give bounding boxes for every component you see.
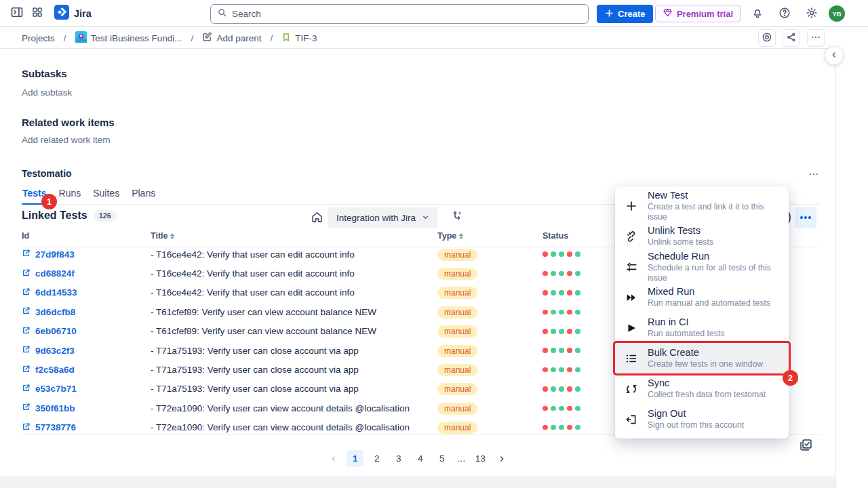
tab-plans[interactable]: Plans	[131, 186, 156, 204]
tab-runs[interactable]: Runs	[58, 186, 82, 204]
menu-item-bulk-create[interactable]: Bulk CreateCreate few tests in one windo…	[615, 343, 789, 373]
test-id-link[interactable]: 27d9f843	[22, 249, 151, 260]
menu-item-unlink-tests[interactable]: Unlink TestsUnlink some tests	[615, 221, 789, 251]
user-avatar[interactable]: YB	[829, 5, 845, 22]
plus-icon	[624, 200, 639, 212]
sidebar-toggle-icon	[10, 5, 24, 21]
test-type-cell: manual	[437, 421, 542, 434]
menu-item-new-test[interactable]: New TestCreate a test and link it it to …	[615, 190, 789, 221]
checklist-icon[interactable]	[799, 438, 813, 455]
status-dot-pass	[559, 271, 564, 277]
status-dot-fail	[542, 329, 548, 334]
menu-item-run-in-ci[interactable]: Run in CIRun automated tests	[615, 312, 789, 343]
branch-icon[interactable]	[452, 210, 463, 224]
chevron-left-icon	[830, 51, 838, 61]
test-id-link[interactable]: cd68824f	[22, 268, 151, 279]
breadcrumb-project[interactable]: Test iBusiness Fundi...	[75, 31, 182, 45]
test-id-link[interactable]: 9d63c2f3	[22, 345, 151, 356]
jira-home-link[interactable]: Jira	[54, 5, 92, 22]
status-dot-fail	[567, 251, 572, 257]
page-button-3[interactable]: 3	[390, 450, 407, 467]
type-badge: manual	[437, 383, 477, 395]
testomatio-actions-menu: New TestCreate a test and link it it to …	[615, 186, 789, 439]
tab-suites[interactable]: Suites	[92, 186, 120, 204]
test-id-link[interactable]: e53c7b71	[22, 384, 151, 394]
app-switcher-button[interactable]	[27, 3, 47, 24]
test-id: cd68824f	[35, 268, 75, 279]
sidebar-toggle-button[interactable]	[7, 3, 27, 24]
test-id: 3d6dcfb8	[35, 307, 75, 317]
menu-item-subtitle: Create a test and link it it to this iss…	[648, 202, 779, 222]
testomatio-heading: Testomatio	[22, 168, 72, 179]
menu-item-subtitle: Run manual and automated tests	[648, 298, 770, 308]
page-button-2[interactable]: 2	[368, 450, 385, 467]
menu-item-sign-out[interactable]: Sign OutSign out from this account	[615, 404, 789, 434]
column-header-type[interactable]: Type	[437, 231, 542, 241]
help-button[interactable]	[774, 3, 795, 24]
status-dot-pass	[559, 367, 564, 373]
home-icon[interactable]	[311, 211, 323, 226]
test-id: 57738776	[35, 422, 76, 432]
column-header-id[interactable]: Id	[22, 231, 151, 241]
type-badge: manual	[437, 403, 477, 415]
status-dot-pass	[575, 271, 580, 277]
table-options-button[interactable]	[795, 207, 816, 228]
share-button[interactable]	[783, 29, 800, 47]
status-dot-fail	[542, 367, 548, 373]
watch-eye-icon	[762, 32, 772, 45]
page-button-1[interactable]: 1	[347, 450, 363, 467]
external-link-icon	[22, 249, 31, 260]
page-button-4[interactable]: 4	[412, 450, 429, 467]
menu-item-sync[interactable]: SyncCollect fresh data from testomat	[615, 373, 789, 404]
external-link-icon	[22, 365, 31, 375]
notifications-button[interactable]	[747, 3, 768, 24]
sort-icon	[170, 233, 174, 239]
linked-tests-label: Linked Tests	[22, 209, 87, 222]
premium-trial-button[interactable]: Premium trial	[655, 5, 741, 22]
menu-item-mixed-run[interactable]: Mixed RunRun manual and automated tests	[615, 282, 789, 312]
status-dot-fail	[542, 406, 548, 411]
test-type-cell: manual	[437, 382, 542, 395]
next-page-button[interactable]	[494, 450, 511, 467]
sort-icon	[459, 233, 463, 239]
status-dot-pass	[559, 310, 564, 315]
add-related-work-item-button[interactable]: Add related work item	[22, 135, 111, 145]
test-id-link[interactable]: 57738776	[22, 422, 151, 433]
test-id-link[interactable]: 350f61bb	[22, 403, 151, 413]
watch-button[interactable]	[758, 29, 776, 47]
menu-item-text: Schedule RunSchedule a run for all tests…	[648, 251, 779, 283]
search-input[interactable]	[232, 9, 582, 19]
testomatio-more-button[interactable]	[804, 165, 824, 185]
test-id-link[interactable]: 6dd14533	[22, 287, 151, 298]
column-header-title[interactable]: Title	[151, 231, 437, 241]
add-parent-button[interactable]: Add parent	[202, 32, 261, 44]
test-id-link[interactable]: f2c58a6d	[22, 365, 151, 375]
type-badge: manual	[437, 249, 477, 261]
status-dot-fail	[542, 290, 548, 296]
previous-page-button[interactable]	[325, 450, 342, 467]
status-dot-pass	[551, 348, 556, 353]
project-filter-dropdown[interactable]: Integration with Jira	[328, 207, 437, 228]
create-button[interactable]: Create	[597, 5, 653, 23]
status-dot-fail	[567, 329, 572, 334]
type-badge: manual	[437, 364, 477, 376]
menu-item-subtitle: Run automated tests	[648, 329, 724, 339]
page-button-13[interactable]: 13	[472, 450, 489, 467]
status-dot-pass	[575, 329, 580, 334]
status-dot-pass	[575, 290, 580, 296]
top-navigation-bar: Jira Create Premium trial	[0, 0, 868, 27]
test-title: - T71a75193: Verify user can close accou…	[151, 384, 437, 394]
breadcrumb-projects[interactable]: Projects	[22, 33, 55, 43]
status-dot-fail	[542, 271, 548, 277]
settings-button[interactable]	[802, 3, 822, 24]
page-button-5[interactable]: 5	[433, 450, 450, 467]
menu-item-schedule-run[interactable]: Schedule RunSchedule a run for all tests…	[615, 251, 789, 282]
add-subtask-button[interactable]: Add subtask	[22, 87, 72, 98]
test-id-link[interactable]: 6eb06710	[22, 326, 151, 337]
issue-more-actions-button[interactable]	[807, 29, 825, 47]
status-dot-pass	[559, 348, 564, 353]
collapse-panel-button[interactable]	[825, 46, 844, 65]
test-id-link[interactable]: 3d6dcfb8	[22, 306, 151, 317]
breadcrumb-issue-key[interactable]: TIF-3	[281, 33, 317, 44]
test-id: 6dd14533	[35, 287, 77, 298]
